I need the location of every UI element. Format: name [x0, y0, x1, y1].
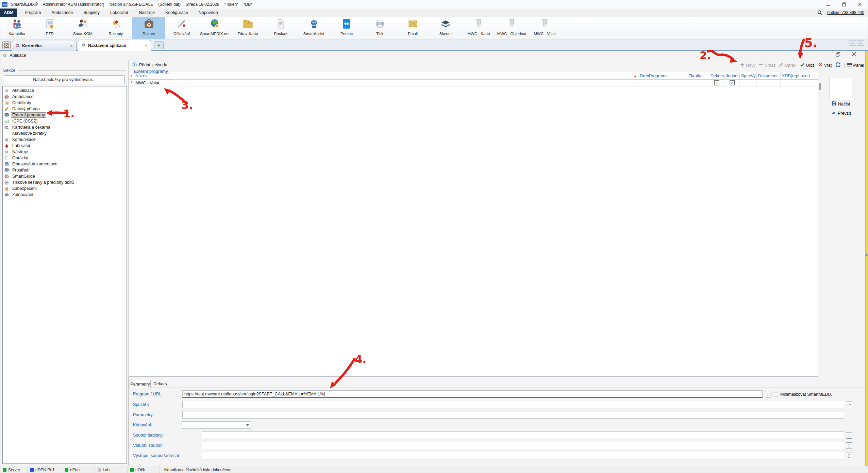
sidebar-item-zabezpeceni[interactable]: Zabezpečení [3, 185, 127, 192]
sidebar-item-aktualizace[interactable]: Aktualizace [3, 87, 127, 94]
toolbar-item-zdravkarta[interactable]: Zdrav-Karta [231, 17, 264, 39]
toolbar-item-dekurs[interactable]: Dekurs [132, 17, 165, 39]
menu-item-laborator[interactable]: Laboratoř [106, 9, 132, 17]
toolbar-item-smartkom[interactable]: SmartKOM [66, 17, 99, 39]
status-lab[interactable]: Lab [95, 466, 128, 473]
program-url-input[interactable]: https://test.mwcare.netlion.cz/sm-login?… [182, 390, 763, 398]
sidebar-item-prostredi[interactable]: Prostředí [3, 167, 127, 173]
sidebar-item-icpe[interactable]: IČPE (ČSSZ) [3, 118, 127, 124]
status-server[interactable]: Server [0, 466, 28, 473]
edit-button[interactable]: Uprav [779, 63, 796, 68]
toolbar-item-mwc-karta[interactable]: MWC - Karta [462, 17, 495, 39]
toolbar-item-poukaz[interactable]: Poukaz [264, 17, 297, 39]
save-button[interactable]: Ulož [800, 62, 815, 68]
sidebar-item-smartguide[interactable]: SmartGuide [3, 173, 127, 179]
vystupni-soubor-input[interactable] [202, 452, 844, 459]
sidebar-item-datovy-pristup[interactable]: Datový přístup [3, 106, 127, 112]
column-header-zkratka[interactable]: Zkratka [687, 72, 709, 79]
panel-close-icon[interactable] [851, 52, 856, 58]
delete-button[interactable]: Smaž [759, 63, 775, 68]
status-epou[interactable]: ePou [62, 466, 95, 473]
toolbar-item-smartassist[interactable]: SmartAssist [297, 17, 330, 39]
soubor-sablony-browse-button[interactable] [846, 432, 852, 439]
new-button[interactable]: Nový [740, 63, 755, 68]
spustit-v-input[interactable] [182, 401, 844, 408]
menu-item-ambulance[interactable]: Ambulance [48, 9, 77, 17]
menu-item-nastroje[interactable]: Nástroje [135, 9, 158, 17]
panel-restore-icon[interactable] [836, 52, 841, 59]
column-header-xdb[interactable]: XDB(repl-uzel) [781, 72, 818, 79]
tab-scroll-right-icon[interactable]: ▸ [857, 40, 864, 46]
jednou-checkbox[interactable]: ✓ [730, 80, 735, 85]
sidebar-item-laborator[interactable]: Laboratoř [3, 143, 127, 149]
sidebar-item-tiskove-sestavy[interactable]: Tiskové sestavy a předlohy textů [3, 179, 127, 185]
column-header-druhprogramu[interactable]: DruhProgramu [638, 72, 687, 79]
cell-druhprogramu[interactable] [638, 80, 687, 86]
toolbar-item-pomoc[interactable]: Pomoc [330, 17, 363, 39]
panel-collapse-chevron[interactable]: < [865, 253, 867, 257]
panel-button[interactable]: Panel [847, 63, 864, 68]
sidebar-item-nastroje[interactable]: Nástroje [3, 149, 127, 155]
tab-nastaveni-aplikace[interactable]: Nastavení aplikace ✕ [78, 40, 151, 51]
column-header-dokument[interactable]: Dokument [757, 72, 781, 79]
status-eock[interactable]: eOčk [128, 466, 160, 473]
tab-kartoteka[interactable]: Kartotéka ✕ [12, 41, 77, 51]
vstupni-soubor-browse-button[interactable] [846, 442, 852, 449]
grid-scrollbar[interactable] [819, 72, 822, 376]
menu-item-program[interactable]: Program [21, 9, 45, 17]
take-over-button[interactable]: Převzít [831, 111, 851, 116]
cell-xdb[interactable] [781, 80, 818, 86]
soubor-sablony-input[interactable] [202, 431, 844, 439]
toolbar-item-kartoteka[interactable]: Kartotéka [0, 17, 33, 39]
menu-item-adm[interactable]: ADM [0, 9, 17, 17]
vystupni-soubor-browse-button[interactable] [846, 453, 852, 459]
minimize-icon[interactable] [821, 0, 836, 9]
toolbar-item-tisk[interactable]: Tisk [363, 17, 396, 39]
cell-dokument[interactable] [757, 80, 781, 86]
sidebar-item-zalohovani[interactable]: Zálohování [3, 192, 127, 198]
refresh-button[interactable] [835, 62, 841, 68]
menu-item-subjekty[interactable]: Subjekty [80, 9, 103, 17]
collapsed-side-panel[interactable] [865, 51, 868, 466]
sidebar-item-obrazova-dokumentace[interactable]: Obrazová dokumentace [3, 161, 127, 167]
cell-specvys[interactable] [740, 80, 757, 86]
sidebar-item-obrazky[interactable]: Obrázky [3, 155, 127, 161]
dekurs-checkbox[interactable]: ✓ [714, 80, 719, 85]
column-header-nazev[interactable]: Název▲ [134, 72, 638, 79]
add-from-cloud-button[interactable]: Přidat z cloudu [132, 62, 167, 68]
hotline-link[interactable]: hotline: 733 398 440 [827, 10, 864, 15]
kodovani-select[interactable] [182, 421, 251, 429]
toolbar-item-smartmedixnet[interactable]: SmartMEDIX.net [198, 17, 231, 39]
status-edpn[interactable]: eDPN Pt 1 [28, 466, 62, 473]
close-icon[interactable] [852, 0, 868, 9]
restore-icon[interactable] [836, 0, 852, 9]
column-header-dekurs[interactable]: Dekurs [709, 72, 724, 79]
tab-scroll-left-icon[interactable]: ◂ [849, 40, 856, 46]
program-url-browse-button[interactable] [765, 391, 771, 397]
toolbar-item-mwc-volat[interactable]: MWC - Volat [528, 17, 561, 39]
sidebar-item-kartoteka-cekarna[interactable]: Kartotéka a čekárna [3, 124, 127, 130]
minimize-smartmedix-checkbox[interactable] [774, 392, 778, 396]
load-icon-button[interactable]: Načíst [832, 101, 850, 107]
toolbar-item-ockovani[interactable]: Očkování [165, 17, 198, 39]
tab-close-icon[interactable]: ✕ [144, 43, 148, 48]
revert-button[interactable]: Vrať [818, 62, 832, 68]
sidebar-item-komunikace[interactable]: Komunikace [3, 136, 127, 143]
toolbar-item-ezd[interactable]: EZD [33, 17, 66, 39]
spustit-v-folder-button[interactable] [846, 402, 852, 408]
vstupni-soubor-input[interactable] [202, 442, 844, 449]
column-header-jednou[interactable]: Jednou [724, 72, 740, 79]
tab-close-icon[interactable]: ✕ [70, 44, 73, 48]
sidebar-item-certifikaty[interactable]: Certifikáty [3, 100, 127, 106]
toolbar-item-email[interactable]: Email [396, 17, 429, 39]
toolbar-item-mwc-objednat[interactable]: MWC - Objednat [495, 17, 528, 39]
add-tab-button[interactable]: + [154, 41, 164, 49]
toolbar-item-skener[interactable]: Skener [429, 17, 462, 39]
sidebar-item-externi-programy[interactable]: Externí programy [3, 112, 127, 118]
table-row[interactable]: * MWC - Volat ✓ ✓ [129, 80, 818, 86]
load-items-button[interactable]: Načíst položky pro vyhledávání... [4, 75, 125, 84]
cell-nazev[interactable]: MWC - Volat [134, 80, 638, 86]
grid-scrollbar-thumb[interactable] [819, 83, 821, 90]
cell-zkratka[interactable] [687, 80, 709, 86]
close-all-tabs-button[interactable] [2, 41, 11, 49]
